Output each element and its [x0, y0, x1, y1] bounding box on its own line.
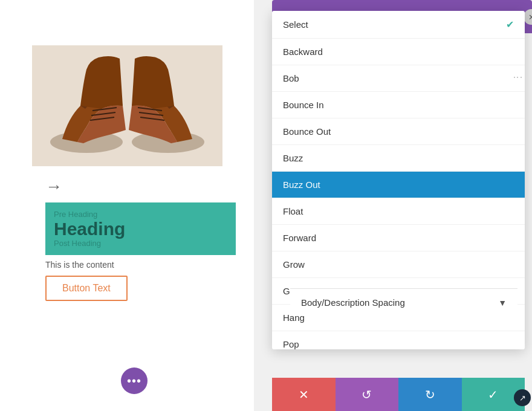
- button-text-btn[interactable]: Button Text: [45, 276, 128, 301]
- arrow-icon: →: [45, 177, 60, 196]
- dropdown-item-label-buzz-out: Buzz Out: [283, 180, 320, 190]
- pre-heading: Pre Heading: [54, 210, 227, 219]
- section-dots[interactable]: ⋮: [512, 73, 524, 83]
- undo-icon: ↺: [362, 387, 372, 402]
- heading-block: Pre Heading Heading Post Heading: [45, 202, 236, 255]
- main-heading: Heading: [54, 219, 227, 239]
- dropdown-item-backward[interactable]: Backward: [272, 39, 525, 65]
- dropdown-item-label-buzz: Buzz: [283, 153, 303, 163]
- animation-dropdown-panel: Select✔BackwardBobBounce InBounce OutBuz…: [272, 11, 525, 349]
- undo-button[interactable]: ↺: [336, 378, 399, 411]
- content-text: This is the content: [45, 260, 242, 270]
- chevron-down-icon: ▼: [498, 298, 507, 308]
- dropdown-item-label-bounce-out: Bounce Out: [283, 126, 331, 137]
- dropdown-item-bounce-in[interactable]: Bounce In: [272, 92, 525, 118]
- bottom-right-circle[interactable]: ↗: [514, 389, 531, 406]
- body-description-spacing-bar[interactable]: Body/Description Spacing ▼: [290, 288, 517, 316]
- cancel-icon: ✕: [299, 387, 309, 402]
- dropdown-item-bob[interactable]: Bob: [272, 65, 525, 92]
- dropdown-item-label-float: Float: [283, 206, 303, 216]
- redo-icon: ↻: [425, 387, 435, 402]
- dropdown-item-label-bob: Bob: [283, 73, 299, 83]
- dropdown-item-label-forward: Forward: [283, 233, 316, 243]
- shoe-image: [32, 45, 222, 166]
- action-bar: ✕ ↺ ↻ ✓: [272, 378, 525, 411]
- dropdown-item-label-select: Select: [283, 19, 308, 30]
- dropdown-item-forward[interactable]: Forward: [272, 225, 525, 251]
- dropdown-item-pop[interactable]: Pop: [272, 331, 525, 349]
- right-panel: ⋮ ✕ Select✔BackwardBobBounce InBounce Ou…: [254, 0, 532, 411]
- dropdown-item-label-backward: Backward: [283, 47, 323, 57]
- dropdown-item-float[interactable]: Float: [272, 198, 525, 225]
- dropdown-item-bounce-out[interactable]: Bounce Out: [272, 118, 525, 145]
- dropdown-item-grow[interactable]: Grow: [272, 251, 525, 278]
- dropdown-item-buzz[interactable]: Buzz: [272, 145, 525, 172]
- dropdown-item-label-grow: Grow: [283, 259, 305, 270]
- arrow-row: →: [45, 177, 242, 196]
- checkmark-icon: ✔: [506, 19, 514, 30]
- spacing-label: Body/Description Spacing: [301, 297, 405, 308]
- dots-menu-button[interactable]: •••: [121, 367, 148, 394]
- dropdown-item-select[interactable]: Select✔: [272, 11, 525, 39]
- dropdown-item-label-pop: Pop: [283, 339, 299, 349]
- cancel-button[interactable]: ✕: [272, 378, 336, 411]
- dropdown-item-buzz-out[interactable]: Buzz Out: [272, 172, 525, 198]
- redo-button[interactable]: ↻: [398, 378, 462, 411]
- save-icon: ✓: [488, 387, 498, 402]
- page-preview: → Pre Heading Heading Post Heading This …: [0, 0, 254, 411]
- dropdown-item-label-bounce-in: Bounce In: [283, 100, 324, 110]
- post-heading: Post Heading: [54, 239, 227, 248]
